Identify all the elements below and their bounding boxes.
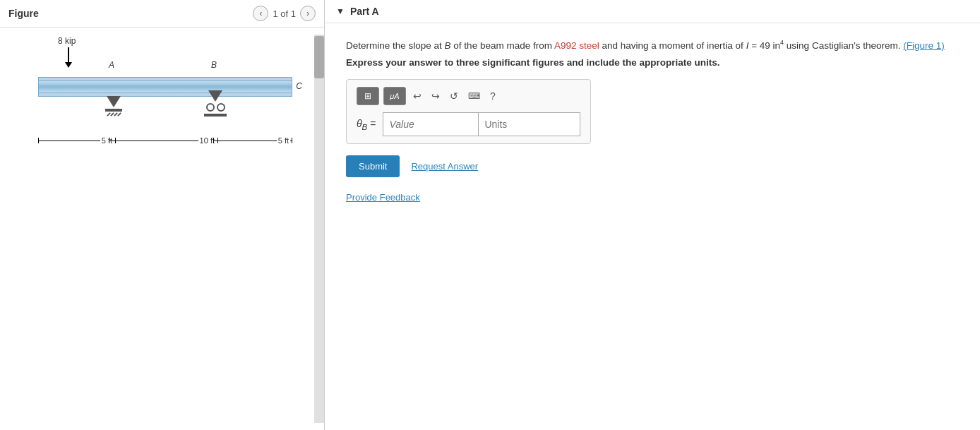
answer-toolbar: ⊞ μA ↩ ↪ ↺ ⌨ ? xyxy=(357,87,580,105)
figure-title: Figure xyxy=(8,8,39,19)
a992-highlight: A992 steel xyxy=(554,40,599,51)
load-label: 8 kip xyxy=(58,36,76,46)
superscript-4: 4 xyxy=(780,39,784,46)
pin-base-a xyxy=(105,109,122,112)
pin-triangle-a xyxy=(107,96,121,107)
provide-feedback-link[interactable]: Provide Feedback xyxy=(346,192,420,203)
pin-base-b xyxy=(204,114,227,117)
figure-header: Figure ‹ 1 of 1 › xyxy=(0,0,324,28)
nav-prev-button[interactable]: ‹ xyxy=(253,6,268,21)
provide-feedback-container: Provide Feedback xyxy=(346,191,959,203)
figure-panel: Figure ‹ 1 of 1 › 8 kip A B C xyxy=(0,0,325,430)
theta-b-label: θB xyxy=(357,118,367,129)
dim3-label: 5 ft xyxy=(278,136,289,145)
nav-page: 1 of 1 xyxy=(273,8,296,19)
matrix-icon: ⊞ xyxy=(364,91,371,101)
part-title: Part A xyxy=(350,6,379,17)
point-c-label: C xyxy=(296,81,302,91)
right-panel: ▼ Part A Determine the slope at B of the… xyxy=(325,0,980,430)
units-input[interactable] xyxy=(478,112,580,136)
problem-bold-b: B xyxy=(445,40,451,51)
beam-diagram: 8 kip A B C xyxy=(38,77,292,97)
problem-text-2: of the beam made from xyxy=(453,40,554,51)
mu-icon: μA xyxy=(390,92,399,100)
problem-text-3: and having a moment of inertia of xyxy=(602,40,746,51)
ground-line-1 xyxy=(107,112,111,117)
answer-row: θB = xyxy=(357,112,580,136)
submit-button[interactable]: Submit xyxy=(346,155,400,177)
problem-content: Determine the slope at B of the beam mad… xyxy=(325,23,980,217)
collapse-arrow[interactable]: ▼ xyxy=(336,6,345,16)
point-a-label: A xyxy=(109,60,114,70)
problem-text-4: = 49 in xyxy=(751,40,780,51)
answer-box: ⊞ μA ↩ ↪ ↺ ⌨ ? θB = xyxy=(346,79,591,144)
equals-sign: = xyxy=(370,118,376,129)
part-header: ▼ Part A xyxy=(325,0,980,23)
support-b xyxy=(204,90,227,117)
beam-bottom xyxy=(38,92,292,97)
keyboard-button[interactable]: ⌨ xyxy=(465,90,483,102)
sub-text: Express your answer to three significant… xyxy=(346,57,959,68)
roller-circle-1 xyxy=(206,103,215,112)
pin-ground-a xyxy=(108,112,120,117)
mu-button[interactable]: μA xyxy=(383,87,406,105)
problem-italic-i: I xyxy=(746,40,749,51)
beam-body xyxy=(38,77,292,97)
pin-triangle-b xyxy=(208,90,222,102)
scrollbar-thumb xyxy=(314,36,324,78)
value-input[interactable] xyxy=(383,112,478,136)
action-row: Submit Request Answer xyxy=(346,155,959,177)
support-a xyxy=(105,96,122,117)
figure-nav: ‹ 1 of 1 › xyxy=(253,6,316,21)
point-b-label: B xyxy=(211,60,217,70)
roller-circle-2 xyxy=(217,103,225,112)
figure-link[interactable]: (Figure 1) xyxy=(903,40,945,51)
beam-middle xyxy=(38,81,292,92)
request-answer-link[interactable]: Request Answer xyxy=(411,161,478,172)
dim2-label: 10 ft xyxy=(200,136,215,145)
matrix-button[interactable]: ⊞ xyxy=(357,87,379,105)
help-button[interactable]: ? xyxy=(487,89,498,103)
problem-text-5: using Castiglian's theorem. xyxy=(787,40,903,51)
refresh-button[interactable]: ↺ xyxy=(447,89,461,103)
figure-scrollbar[interactable] xyxy=(314,35,324,423)
figure-content: 8 kip A B C xyxy=(0,28,324,430)
answer-label: θB = xyxy=(357,118,376,131)
undo-button[interactable]: ↩ xyxy=(410,89,424,103)
redo-button[interactable]: ↪ xyxy=(429,89,443,103)
problem-text-1: Determine the slope at xyxy=(346,40,445,51)
problem-statement: Determine the slope at B of the beam mad… xyxy=(346,37,959,53)
nav-next-button[interactable]: › xyxy=(300,6,316,21)
load-arrow xyxy=(68,47,69,67)
